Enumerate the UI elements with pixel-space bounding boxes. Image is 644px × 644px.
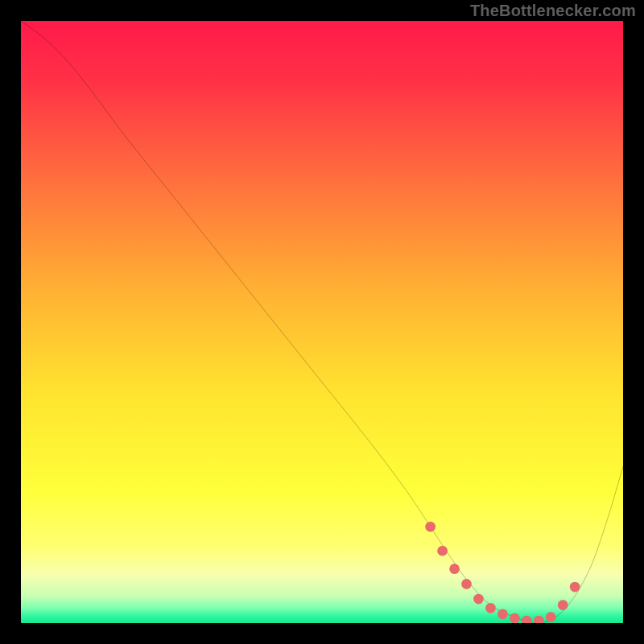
sweet-spot-dot bbox=[510, 613, 520, 623]
sweet-spot-dot bbox=[461, 579, 472, 589]
sweet-spot-dots bbox=[425, 522, 580, 623]
sweet-spot-dot bbox=[497, 609, 508, 619]
sweet-spot-dot bbox=[485, 603, 496, 613]
sweet-spot-dot bbox=[570, 582, 580, 592]
sweet-spot-dot bbox=[546, 612, 556, 622]
bottleneck-curve bbox=[21, 21, 623, 623]
chart-frame: TheBottlenecker.com bbox=[0, 0, 644, 644]
plot-area bbox=[21, 21, 623, 623]
sweet-spot-dot bbox=[437, 546, 448, 556]
curve-layer bbox=[21, 21, 623, 623]
sweet-spot-dot bbox=[473, 594, 484, 605]
sweet-spot-dot bbox=[522, 616, 532, 623]
sweet-spot-dot bbox=[449, 564, 460, 574]
sweet-spot-dot bbox=[425, 522, 436, 532]
sweet-spot-dot bbox=[534, 616, 544, 623]
watermark-text: TheBottlenecker.com bbox=[470, 2, 636, 20]
sweet-spot-dot bbox=[558, 600, 568, 610]
